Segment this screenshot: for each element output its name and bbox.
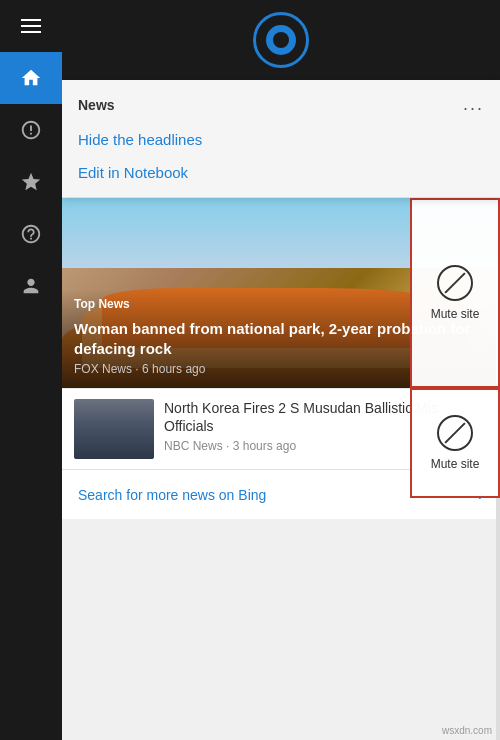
main-content: News ... Hide the headlines Edit in Note…: [62, 0, 500, 740]
sidebar-item-home[interactable]: [0, 52, 62, 104]
main-news-card-wrapper: Top News Woman banned from national park…: [62, 198, 500, 388]
mute-site-button-small[interactable]: Mute site: [410, 388, 500, 498]
small-news-item-wrapper: North Korea Fires 2 S Musudan Ballistic …: [62, 388, 500, 469]
news-thumbnail: [74, 399, 154, 459]
sidebar: [0, 0, 62, 740]
hamburger-icon: [21, 19, 41, 33]
sidebar-item-interests[interactable]: [0, 156, 62, 208]
mute-label-small: Mute site: [431, 457, 480, 471]
dropdown-section-title: News: [78, 97, 115, 113]
cortana-inner-ring: [263, 22, 299, 58]
mute-icon-small: [437, 415, 473, 451]
cortana-header: [62, 0, 500, 80]
interests-icon: [20, 171, 42, 193]
sidebar-item-profile[interactable]: [0, 260, 62, 312]
watermark: wsxdn.com: [442, 725, 492, 736]
help-icon: [20, 223, 42, 245]
sidebar-menu-button[interactable]: [0, 0, 62, 52]
edit-notebook-item[interactable]: Edit in Notebook: [62, 156, 500, 189]
news-thumbnail-image: [74, 399, 154, 459]
search-more-text: Search for more news on Bing: [78, 487, 266, 503]
dropdown-menu: News ... Hide the headlines Edit in Note…: [62, 80, 500, 198]
sidebar-item-help[interactable]: [0, 208, 62, 260]
top-news-tag: Top News: [74, 297, 130, 311]
sidebar-item-notebook[interactable]: [0, 104, 62, 156]
cortana-core: [273, 32, 289, 48]
dropdown-more-button[interactable]: ...: [463, 94, 484, 115]
notebook-icon: [20, 119, 42, 141]
dropdown-header: News ...: [62, 88, 500, 123]
profile-icon: [20, 275, 42, 297]
mute-site-button-main[interactable]: Mute site: [410, 198, 500, 388]
mute-icon-main: [437, 265, 473, 301]
cortana-logo: [253, 12, 309, 68]
news-section: Top News Woman banned from national park…: [62, 198, 500, 519]
home-icon: [20, 67, 42, 89]
mute-label-main: Mute site: [431, 307, 480, 321]
content-area: Top News Woman banned from national park…: [62, 198, 500, 740]
hide-headlines-item[interactable]: Hide the headlines: [62, 123, 500, 156]
